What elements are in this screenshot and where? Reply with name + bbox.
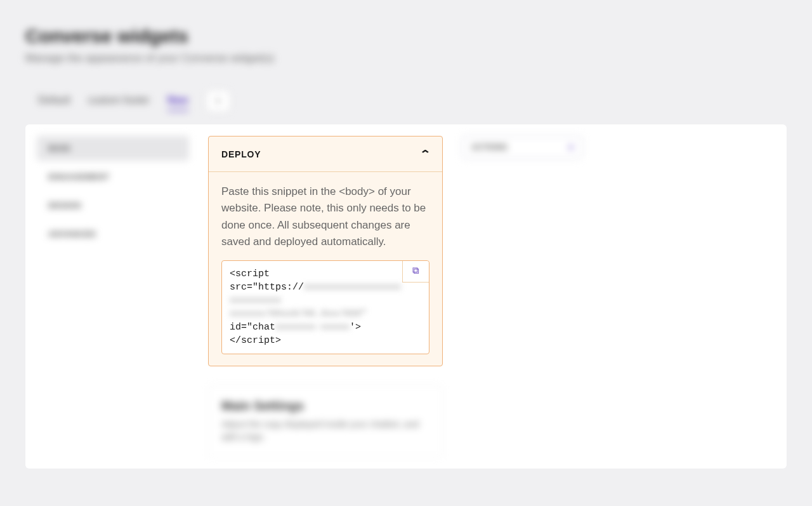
code-line-2a: src="https://: [230, 282, 304, 293]
page-title: Converse widgets: [25, 25, 787, 47]
code-line-6: </script>: [230, 335, 281, 346]
chevron-up-icon: ⌃: [419, 148, 431, 160]
right-column: ACTIONS ▾: [462, 136, 582, 159]
code-line-4: xxxxxx/XXxxX/XX.Xxx/XXX": [230, 309, 367, 319]
content: MAIN ENGAGEMENT DESIGN ADVANCED DEPLOY ⌃…: [25, 124, 787, 469]
add-tab-button[interactable]: +: [206, 90, 230, 112]
main-settings-desc: Adjust the copy displayed inside your ch…: [221, 418, 429, 443]
sidebar: MAIN ENGAGEMENT DESIGN ADVANCED: [37, 136, 189, 246]
deploy-title: DEPLOY: [221, 149, 261, 159]
code-line-2b: xxxxxxxxxxxxxxxxx: [304, 282, 401, 293]
code-line-5c: '>: [350, 322, 361, 333]
center-column: DEPLOY ⌃ Paste this snippet in the <body…: [208, 136, 443, 457]
actions-label: ACTIONS: [471, 143, 508, 152]
sidebar-item-advanced[interactable]: ADVANCED: [37, 222, 189, 246]
code-snippet: ⧉ <script src="https://xxxxxxxxxxxxxxxxx…: [221, 260, 429, 354]
copy-button[interactable]: ⧉: [402, 261, 429, 283]
code-line-3: xxxxxxxxx: [230, 295, 281, 306]
page-subtitle: Manage the appearance of your Converse w…: [25, 52, 787, 65]
sidebar-item-main[interactable]: MAIN: [37, 136, 189, 161]
code-line-1: <script: [230, 269, 270, 279]
tabs: Default custom footer New +: [25, 90, 787, 112]
tab-new[interactable]: New: [167, 91, 188, 111]
main-settings-title: Main Settings: [221, 399, 429, 413]
copy-icon: ⧉: [412, 265, 419, 278]
deploy-card: DEPLOY ⌃ Paste this snippet in the <body…: [208, 136, 443, 366]
sidebar-item-engagement[interactable]: ENGAGEMENT: [37, 164, 189, 189]
actions-dropdown[interactable]: ACTIONS ▾: [462, 136, 582, 159]
main-settings-card: Main Settings Adjust the copy displayed …: [208, 385, 443, 456]
code-line-5b: xxxxxxx-xxxxx: [275, 322, 350, 333]
sidebar-item-design[interactable]: DESIGN: [37, 193, 189, 218]
code-line-5a: id="chat: [230, 322, 275, 333]
deploy-body: Paste this snippet in the <body> of your…: [209, 172, 442, 366]
tab-default[interactable]: Default: [38, 91, 70, 111]
deploy-header[interactable]: DEPLOY ⌃: [209, 136, 442, 172]
chevron-down-icon: ▾: [569, 143, 573, 152]
tab-custom-footer[interactable]: custom footer: [88, 91, 150, 111]
deploy-description: Paste this snippet in the <body> of your…: [221, 183, 429, 250]
